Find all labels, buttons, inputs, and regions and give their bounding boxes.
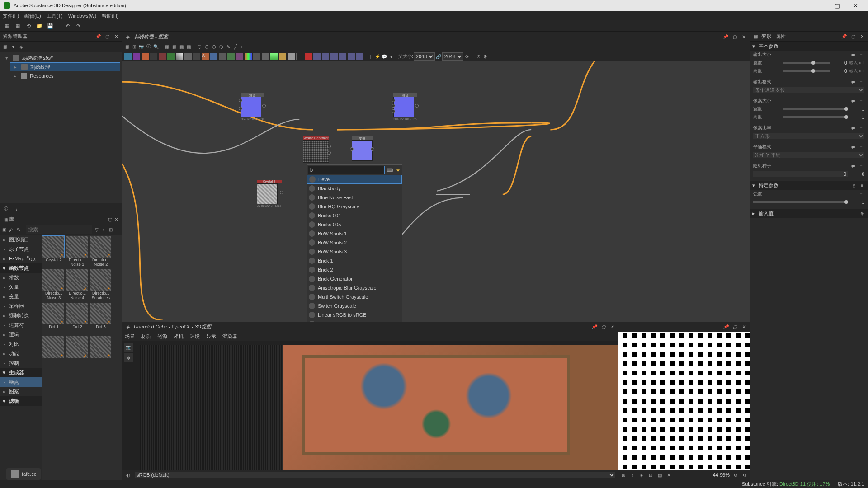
v2-e-icon[interactable]: ✕ (665, 472, 672, 478)
menu-prop-icon[interactable]: ≡ (858, 125, 864, 131)
zoom-reset-icon[interactable]: ⊙ (732, 472, 739, 478)
search-result-item[interactable]: BnW Spots 2 (307, 238, 402, 247)
input-port[interactable] (392, 99, 395, 102)
lib-category[interactable]: ▫对比 (0, 339, 42, 349)
lib-item[interactable]: Dirt 1 (42, 303, 65, 335)
library-search-input[interactable] (26, 225, 92, 234)
color-swatch[interactable] (339, 53, 346, 60)
lib-item[interactable] (42, 336, 65, 369)
input-port[interactable] (392, 109, 395, 113)
gt-a[interactable]: ▦ (164, 43, 170, 50)
chevron-down-icon[interactable]: ▾ (10, 43, 16, 50)
search-result-item[interactable]: Blackbody (307, 184, 402, 193)
menu-scene[interactable]: 场景 (125, 333, 135, 340)
link-prop-icon[interactable]: ⇄ (850, 144, 856, 150)
lib-category[interactable]: ▫原子节点 (0, 244, 42, 254)
chevron-down-icon[interactable]: ▾ (388, 53, 394, 60)
color-swatch[interactable] (288, 53, 295, 60)
lib-max-icon[interactable]: ▢ (107, 216, 113, 222)
input-port[interactable] (239, 107, 242, 110)
lib-category[interactable]: ▫采样器 (0, 301, 42, 311)
grid-icon[interactable]: ⊞ (108, 226, 113, 233)
view3d-canvas[interactable]: 📷 ✥ (122, 341, 618, 470)
view3d-max-icon[interactable]: ▢ (600, 324, 606, 330)
lib-item[interactable]: Crystal 2 (42, 236, 65, 268)
view2d-pin-icon[interactable]: 📌 (722, 324, 729, 330)
colorspace-select[interactable]: sRGB (default) (135, 472, 615, 478)
basic-params-header[interactable]: 基本参数 (759, 43, 778, 50)
lib-category[interactable]: ▾滤镜 (0, 396, 42, 406)
props-close-icon[interactable]: ✕ (859, 33, 865, 40)
search-result-item[interactable]: Multi Switch Grayscale (307, 292, 402, 301)
menu-display[interactable]: 显示 (206, 333, 216, 340)
menu-prop-icon[interactable]: ≡ (858, 163, 864, 169)
copy-icon[interactable]: ⎘ (851, 182, 857, 188)
lib-item[interactable]: Directio... Noise 1 (66, 236, 89, 268)
undo-icon[interactable]: ↶ (63, 22, 71, 30)
lib-category[interactable]: ▫图形项目 (0, 235, 42, 244)
color-swatch[interactable] (227, 53, 235, 60)
maximize-button[interactable]: ▢ (828, 2, 846, 9)
node-blend-b[interactable]: 混合 2048x2048 - C:6 (393, 93, 417, 121)
search-result-item[interactable]: Bricks 001 (307, 211, 402, 220)
menu-file[interactable]: 文件(F) (3, 13, 19, 19)
lib-item[interactable]: Directio... Noise 4 (66, 269, 89, 302)
color-swatch[interactable] (279, 53, 286, 60)
lib-item[interactable] (66, 336, 89, 369)
color-swatch[interactable] (167, 53, 175, 60)
link-prop-icon[interactable]: ⇄ (850, 52, 856, 58)
search-result-item[interactable]: Bricks 005 (307, 220, 402, 229)
intensity-slider[interactable] (753, 201, 848, 203)
size-b-select[interactable]: 2048 (442, 52, 463, 61)
lib-category[interactable]: ▫逻辑 (0, 330, 42, 339)
gt-e[interactable]: ⬡ (196, 43, 203, 50)
output-port[interactable] (327, 151, 331, 155)
gt-line-icon[interactable]: ╱ (232, 43, 239, 50)
lib-paint-icon[interactable]: 🖌 (9, 226, 14, 233)
pixel-width-slider[interactable] (783, 108, 848, 110)
close-button[interactable]: ✕ (846, 2, 864, 9)
search-result-item[interactable]: Switch Grayscale (307, 301, 402, 310)
lib-item[interactable]: Dirt 3 (90, 303, 112, 335)
search-result-item[interactable]: sRGB to Linear sRGB (307, 319, 402, 322)
color-swatch[interactable] (124, 53, 132, 60)
link-prop-icon[interactable]: ⇄ (850, 98, 856, 104)
link-icon[interactable]: ⟲ (24, 22, 33, 30)
node-transform[interactable]: 变形 (352, 136, 373, 161)
gt-h[interactable]: ⬡ (218, 43, 224, 50)
node-search-input[interactable] (308, 166, 385, 174)
reset-icon[interactable]: ⟳ (464, 53, 470, 60)
close-panel-icon[interactable]: ✕ (113, 33, 119, 40)
color-swatch[interactable] (270, 53, 278, 60)
gt-square-icon[interactable]: □ (240, 43, 246, 50)
color-swatch[interactable] (150, 53, 157, 60)
menu-renderer[interactable]: 渲染器 (222, 333, 237, 340)
link-prop-icon[interactable]: ⇄ (850, 163, 856, 169)
menu-material[interactable]: 材质 (141, 333, 151, 340)
gt-2[interactable]: ⊞ (131, 43, 137, 50)
link-icon[interactable]: 🔗 (435, 53, 442, 60)
input-values-header[interactable]: 输入值 (759, 210, 774, 217)
input-port[interactable] (392, 104, 395, 108)
lib-close-icon[interactable]: ✕ (113, 216, 119, 222)
star-icon[interactable]: ★ (395, 167, 401, 173)
graph-close-icon[interactable]: ✕ (741, 33, 747, 40)
color-swatch[interactable] (193, 53, 200, 60)
lib-category[interactable]: ▫常数 (0, 273, 42, 282)
color-swatch[interactable] (184, 53, 192, 60)
gizmo-icon[interactable]: ✥ (124, 353, 133, 362)
view3d-close-icon[interactable]: ✕ (609, 324, 615, 330)
menu-prop-icon[interactable]: ≡ (858, 98, 864, 104)
input-port[interactable] (239, 99, 242, 102)
color-swatch[interactable] (253, 53, 260, 60)
color-swatch[interactable] (262, 53, 269, 60)
menu-env[interactable]: 环境 (190, 333, 200, 340)
search-result-item[interactable]: BnW Spots 3 (307, 247, 402, 256)
gt-b[interactable]: ▦ (171, 43, 177, 50)
output-port[interactable] (327, 145, 331, 148)
output-port[interactable] (262, 104, 266, 108)
color-swatch[interactable] (219, 53, 226, 60)
zoom-icon[interactable]: 🔍 (153, 43, 159, 50)
colorspace-icon[interactable]: ◐ (125, 472, 131, 478)
search-result-item[interactable]: Bevel (307, 175, 402, 184)
